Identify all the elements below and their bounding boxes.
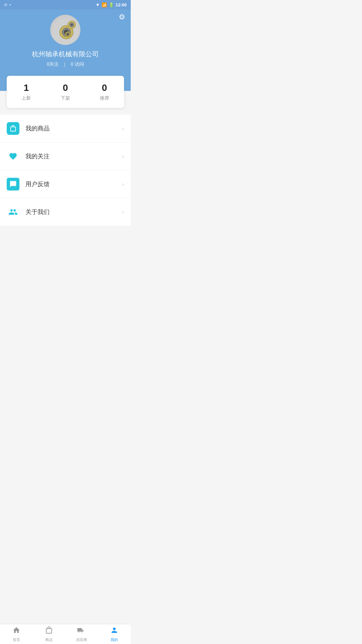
arrow-icon-feedback: › [122,181,124,188]
about-icon [7,206,19,218]
menu-item-my-goods[interactable]: 我的商品 › [0,115,131,143]
stat-recommend: 0 推荐 [100,83,109,101]
shop-icon [7,122,19,135]
stat-new-value: 1 [24,83,29,93]
menu-item-about-us[interactable]: 关于我们 › [0,198,131,226]
svg-point-10 [67,34,68,35]
stat-off-label: 下架 [61,95,70,101]
stat-off: 0 下架 [61,83,70,101]
svg-point-7 [71,24,73,26]
arrow-icon-my-follow: › [122,153,124,160]
stat-recommend-value: 0 [102,83,107,93]
menu-label-feedback: 用户反馈 [25,180,116,188]
stat-new-label: 上新 [21,95,31,101]
status-bar: ⊙ ▪ ▼ 📶 🔋 12:00 [0,0,131,9]
settings-button[interactable]: ⚙ [119,13,125,21]
menu-item-feedback[interactable]: 用户反馈 › [0,170,131,198]
menu-item-my-follow[interactable]: 我的关注 › [0,143,131,170]
arrow-icon-my-goods: › [122,125,124,132]
battery-icon: 🔋 [109,2,114,7]
avatar[interactable] [50,15,80,45]
wifi-icon: ▼ [96,2,100,7]
menu-list: 我的商品 › 我的关注 › 用户反馈 › [0,115,131,226]
stats-card: 1 上新 0 下架 0 推荐 [7,76,124,108]
follow-info: 0关注 | 0 访问 [47,61,84,67]
status-left-icons: ⊙ ▪ [4,2,11,7]
status-right-icons: ▼ 📶 🔋 12:00 [96,2,127,7]
clock: 12:00 [116,2,127,7]
stat-recommend-label: 推荐 [100,95,109,101]
follow-count: 0关注 [47,61,59,67]
stat-off-value: 0 [63,83,68,93]
feedback-icon [7,178,19,191]
arrow-icon-about-us: › [122,209,124,216]
heart-icon [7,150,19,163]
menu-label-my-follow: 我的关注 [25,152,116,160]
sim-icon: ⊙ [4,2,7,7]
divider: | [64,62,65,67]
stat-new: 1 上新 [21,83,31,101]
signal-icon: 📶 [102,2,107,7]
menu-label-about-us: 关于我们 [25,208,116,216]
company-name: 杭州轴承机械有限公司 [32,50,99,59]
sd-icon: ▪ [9,2,11,7]
menu-label-my-goods: 我的商品 [25,124,116,132]
visit-count: 0 访问 [71,61,84,67]
